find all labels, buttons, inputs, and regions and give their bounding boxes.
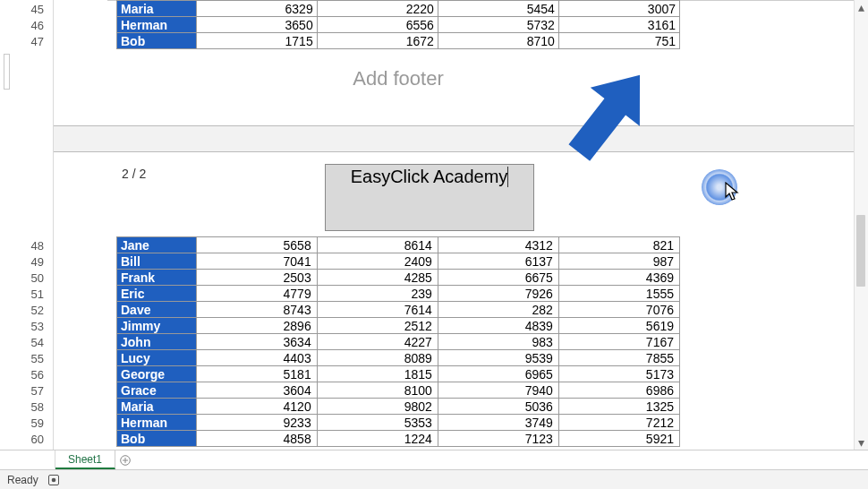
cell-name[interactable]: Grace [117,382,197,399]
row-number[interactable]: 58 [0,399,44,416]
header-left-section[interactable]: 2 / 2 [116,164,325,231]
vertical-scrollbar[interactable]: ▴ ▾ [854,0,868,450]
cell-name[interactable]: Eric [117,286,197,302]
cell-value[interactable]: 5173 [558,366,679,382]
row-number[interactable]: 59 [0,416,44,432]
cell-value[interactable]: 5353 [317,415,438,431]
cell-value[interactable]: 282 [438,302,558,318]
table-row[interactable]: George5181181569655173 [117,366,680,382]
scroll-down-icon[interactable]: ▾ [854,435,868,450]
cell-name[interactable]: Herman [117,17,197,33]
cell-value[interactable]: 9539 [438,350,558,366]
table-row[interactable]: Herman9233535337497212 [117,415,680,431]
cell-value[interactable]: 1224 [317,431,438,447]
cell-value[interactable]: 751 [558,33,679,49]
row-number[interactable]: 48 [0,238,44,254]
table-row[interactable]: Lucy4403808995397855 [117,350,680,366]
cell-value[interactable]: 2409 [317,253,438,270]
row-number[interactable]: 56 [0,367,44,383]
cell-value[interactable]: 983 [438,334,558,350]
table-row[interactable]: Bob171516728710751 [117,33,680,49]
cell-value[interactable]: 9233 [196,415,317,431]
row-number[interactable]: 49 [0,254,44,270]
cell-value[interactable]: 5454 [438,1,558,17]
cell-value[interactable]: 2896 [196,318,317,334]
cell-value[interactable]: 2503 [196,270,317,286]
cell-value[interactable]: 2512 [317,318,438,334]
cell-value[interactable]: 6137 [438,253,558,270]
cell-name[interactable]: Maria [117,399,197,415]
cell-value[interactable]: 6986 [558,382,679,399]
cell-value[interactable]: 4285 [317,270,438,286]
cell-value[interactable]: 5036 [438,399,558,415]
cell-value[interactable]: 4858 [196,431,317,447]
cell-value[interactable]: 3161 [558,17,679,33]
cell-value[interactable]: 7855 [558,350,679,366]
cell-value[interactable]: 8100 [317,382,438,399]
cell-value[interactable]: 4839 [438,318,558,334]
cell-value[interactable]: 5619 [558,318,679,334]
cell-value[interactable]: 8089 [317,350,438,366]
cell-value[interactable]: 987 [558,253,679,270]
scroll-up-icon[interactable]: ▴ [854,0,868,14]
cell-name[interactable]: Bob [117,431,197,447]
table-row[interactable]: Jimmy2896251248395619 [117,318,680,334]
cell-value[interactable]: 6556 [317,17,438,33]
cell-name[interactable]: Bob [117,33,197,49]
cell-value[interactable]: 4369 [558,270,679,286]
footer-placeholder[interactable]: Add footer [116,67,680,90]
table-row[interactable]: Frank2503428566754369 [117,270,680,286]
cell-value[interactable]: 6329 [196,1,317,17]
add-sheet-button[interactable] [115,450,135,470]
row-number[interactable]: 52 [0,303,44,319]
cell-value[interactable]: 8614 [317,237,438,253]
header-center-section[interactable]: EasyClick Academy [325,164,535,231]
cell-value[interactable]: 5732 [438,17,558,33]
cell-value[interactable]: 3650 [196,17,317,33]
cell-value[interactable]: 9802 [317,399,438,415]
table-row[interactable]: Bob4858122471235921 [117,431,680,447]
cell-value[interactable]: 7076 [558,302,679,318]
cell-value[interactable]: 4312 [438,237,558,253]
cell-name[interactable]: Bill [117,253,197,270]
cell-value[interactable]: 5658 [196,237,317,253]
cell-value[interactable]: 821 [558,237,679,253]
row-number[interactable]: 55 [0,351,44,367]
cell-value[interactable]: 3749 [438,415,558,431]
cell-value[interactable]: 3604 [196,382,317,399]
cell-value[interactable]: 1815 [317,366,438,382]
cell-value[interactable]: 8710 [438,33,558,49]
row-number[interactable]: 53 [0,319,44,335]
table-row[interactable]: Maria4120980250361325 [117,399,680,415]
cell-value[interactable]: 1555 [558,286,679,302]
page2-header-region[interactable]: 2 / 2 EasyClick Academy [116,164,743,231]
row-number[interactable]: 45 [0,2,44,18]
row-number[interactable]: 57 [0,383,44,399]
cell-name[interactable]: John [117,334,197,350]
cell-value[interactable]: 4120 [196,399,317,415]
table-row[interactable]: Herman3650655657323161 [117,17,680,33]
cell-value[interactable]: 1325 [558,399,679,415]
cell-value[interactable]: 5921 [558,431,679,447]
cell-value[interactable]: 3634 [196,334,317,350]
cell-value[interactable]: 4227 [317,334,438,350]
row-number[interactable]: 46 [0,18,44,34]
table-row[interactable]: Eric477923979261555 [117,286,680,302]
cell-value[interactable]: 6675 [438,270,558,286]
header-right-section[interactable] [534,164,743,231]
cell-value[interactable]: 1715 [196,33,317,49]
cell-value[interactable]: 8743 [196,302,317,318]
row-number[interactable]: 51 [0,287,44,303]
page-margin-handle[interactable] [4,54,10,90]
cell-value[interactable]: 7167 [558,334,679,350]
table-row[interactable]: Grace3604810079406986 [117,382,680,399]
cell-value[interactable]: 7926 [438,286,558,302]
table-row[interactable]: Dave874376142827076 [117,302,680,318]
cell-value[interactable]: 5181 [196,366,317,382]
cell-value[interactable]: 7041 [196,253,317,270]
cell-value[interactable]: 7212 [558,415,679,431]
row-number[interactable]: 47 [0,34,44,50]
sheet-tab-active[interactable]: Sheet1 [55,450,115,469]
table-row[interactable]: Jane565886144312821 [117,237,680,253]
cell-value[interactable]: 7614 [317,302,438,318]
